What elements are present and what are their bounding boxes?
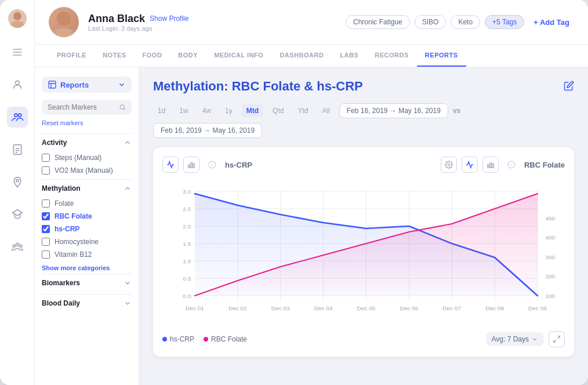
period-1w[interactable]: 1w (175, 104, 193, 117)
steps-manual-checkbox[interactable]: Steps (Manual) (42, 151, 132, 164)
folate-checkbox[interactable]: Folate (42, 197, 132, 210)
left-chart-controls: hs-CRP (162, 157, 252, 173)
left-panel: Reports Reset markers Activity Steps ( (35, 67, 139, 385)
svg-text:Dec 09: Dec 09 (528, 306, 547, 311)
legend-label-hs-crp: hs-CRP (170, 335, 194, 343)
bar-chart-button[interactable] (183, 157, 199, 173)
svg-text:450: 450 (545, 216, 555, 221)
trend-line-button[interactable] (162, 157, 179, 173)
nav-avatar[interactable] (8, 9, 27, 28)
biomarkers-section-header[interactable]: Biomarkers (42, 274, 132, 292)
info-button-left[interactable] (204, 157, 220, 173)
date-range-1[interactable]: Feb 16, 2019 → May 16, 2019 (339, 103, 448, 118)
tab-reports[interactable]: REPORTS (417, 45, 466, 67)
svg-rect-26 (193, 164, 194, 168)
tab-records[interactable]: RECORDS (366, 45, 417, 67)
svg-text:2.0: 2.0 (183, 224, 191, 230)
vo2-manual-checkbox[interactable]: VO2 Max (Manual) (42, 164, 132, 177)
svg-rect-31 (488, 165, 489, 168)
vitamin-b12-checkbox[interactable]: Vitamin B12 (42, 248, 132, 261)
svg-text:Dec 02: Dec 02 (228, 306, 247, 311)
period-ytd[interactable]: Ytd (293, 104, 313, 117)
svg-text:Dec 03: Dec 03 (271, 306, 290, 311)
svg-line-23 (124, 108, 125, 110)
tab-dashboard[interactable]: DASHBOARD (271, 45, 332, 67)
group-icon[interactable] (7, 237, 28, 257)
period-1y[interactable]: 1y (220, 104, 237, 117)
user-avatar (49, 7, 79, 37)
date-range-2[interactable]: Feb 16, 2019 → May 16, 2019 (153, 123, 262, 138)
document-icon[interactable] (7, 139, 28, 160)
tab-body[interactable]: BODY (170, 45, 206, 67)
svg-rect-25 (191, 163, 192, 168)
tab-labs[interactable]: LABS (332, 45, 366, 67)
info-button-right[interactable] (503, 157, 520, 173)
show-profile-link[interactable]: Show Profile (150, 14, 188, 23)
hs-crp-checkbox[interactable]: hs-CRP (42, 223, 132, 235)
reports-dropdown-button[interactable]: Reports (42, 77, 132, 93)
people-active-icon[interactable] (7, 107, 28, 128)
period-4w[interactable]: 4w (198, 104, 216, 117)
chart-top: hs-CRP (162, 157, 565, 173)
search-markers-input[interactable] (48, 103, 115, 111)
period-1d[interactable]: 1d (153, 104, 170, 117)
svg-text:Dec 05: Dec 05 (357, 306, 376, 311)
add-tag-button[interactable]: + Add Tag (529, 16, 574, 29)
svg-text:Dec 04: Dec 04 (314, 306, 333, 311)
tag-keto[interactable]: Keto (451, 15, 480, 29)
svg-text:2.5: 2.5 (183, 206, 191, 212)
expand-chart-button[interactable] (549, 331, 565, 347)
tags-area: Chronic Fatigue SIBO Keto +5 Tags + Add … (346, 15, 574, 29)
settings-button[interactable] (441, 157, 457, 173)
tab-navigation: PROFILE NOTES FOOD BODY MEDICAL INFO DAS… (35, 45, 588, 67)
avg-selector[interactable]: Avg: 7 Days (486, 332, 544, 346)
vs-label: vs (453, 107, 460, 115)
legend-dot-rbc-folate (204, 337, 208, 342)
period-qtd[interactable]: Qtd (268, 104, 288, 117)
right-metric-label: RBC Folate (524, 161, 565, 169)
reset-markers-link[interactable]: Reset markers (42, 119, 132, 126)
tab-food[interactable]: FOOD (135, 45, 170, 67)
homocysteine-checkbox[interactable]: Homocysteine (42, 235, 132, 248)
svg-point-5 (15, 81, 19, 85)
tag-more[interactable]: +5 Tags (485, 15, 524, 29)
svg-text:1.0: 1.0 (183, 259, 191, 264)
trend-line-button-right[interactable] (462, 157, 478, 173)
svg-text:400: 400 (545, 235, 555, 241)
location-icon[interactable] (7, 172, 28, 192)
search-box (42, 100, 132, 115)
bar-chart-button-right[interactable] (482, 157, 499, 173)
tab-profile[interactable]: PROFILE (49, 45, 95, 67)
person-icon[interactable] (7, 74, 28, 95)
svg-point-15 (13, 245, 15, 247)
biomarkers-section-title: Biomarkers (42, 279, 80, 287)
tag-chronic-fatigue[interactable]: Chronic Fatigue (346, 15, 410, 29)
period-mtd[interactable]: Mtd (242, 104, 263, 117)
user-name: Anna Black (88, 13, 145, 25)
graduation-icon[interactable] (7, 204, 28, 225)
blood-daily-section-header[interactable]: Blood Daily (42, 294, 132, 312)
svg-marker-13 (12, 210, 22, 216)
svg-rect-8 (13, 145, 21, 155)
activity-section-header[interactable]: Activity (42, 133, 132, 151)
main-area: Anna Black Show Profile Last Login: 3 da… (35, 0, 588, 385)
edit-icon[interactable] (564, 81, 574, 93)
tab-medical-info[interactable]: MEDICAL INFO (206, 45, 271, 67)
show-more-categories-link[interactable]: Show more categories (42, 264, 132, 271)
chart-footer: hs-CRP RBC Folate Avg: 7 Days (162, 326, 565, 347)
svg-line-75 (557, 336, 560, 339)
rbc-folate-checkbox[interactable]: RBC Folate (42, 210, 132, 223)
top-header: Anna Black Show Profile Last Login: 3 da… (35, 0, 588, 45)
menu-icon[interactable] (7, 42, 28, 63)
last-login: Last Login: 3 days ago (88, 25, 188, 32)
content-area: Reports Reset markers Activity Steps ( (35, 67, 588, 385)
chart-right-controls: Avg: 7 Days (486, 331, 565, 347)
svg-text:3.0: 3.0 (183, 189, 191, 195)
chart-container: hs-CRP (153, 147, 574, 357)
tab-notes[interactable]: NOTES (95, 45, 134, 67)
panel-header: Reports (42, 77, 132, 93)
tag-sibo[interactable]: SIBO (415, 15, 447, 29)
methylation-section-header[interactable]: Methylation (42, 179, 132, 197)
svg-point-7 (18, 114, 21, 117)
period-all[interactable]: All (317, 104, 334, 117)
